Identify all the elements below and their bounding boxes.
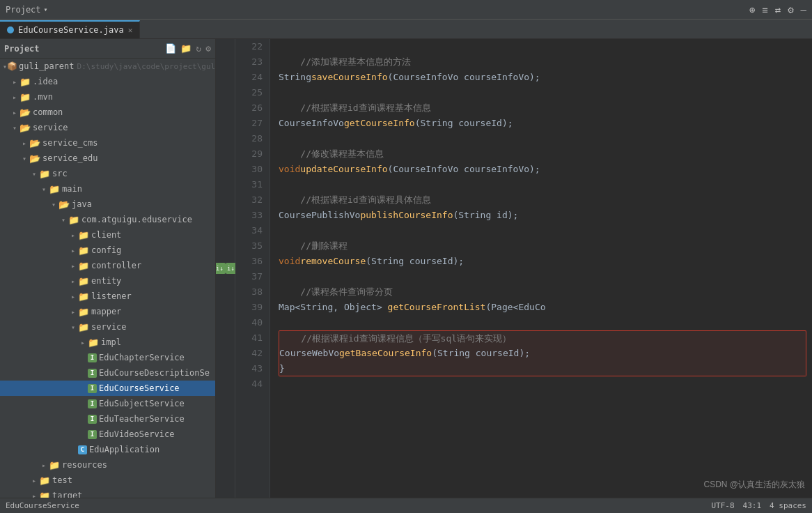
- sidebar-item-service_cms[interactable]: ▸📂service_cms: [0, 135, 215, 151]
- settings-icon[interactable]: ⚙: [788, 4, 793, 15]
- root-label: guli_parent: [19, 61, 74, 71]
- sidebar-item-service_edu[interactable]: ▾📂service_edu: [0, 151, 215, 166]
- folder-icon: 📁: [78, 307, 89, 317]
- new-file-icon[interactable]: 📄: [165, 43, 176, 54]
- item-label: resources: [62, 460, 107, 470]
- sidebar-item-EduApplication[interactable]: CEduApplication: [0, 442, 215, 457]
- sidebar-item-test[interactable]: ▸📁test: [0, 473, 215, 488]
- line-number-41: 41: [235, 330, 263, 346]
- sidebar-item-controller[interactable]: ▸📁controller: [0, 258, 215, 273]
- item-label: EduChapterService: [99, 353, 185, 362]
- list-icon[interactable]: ≡: [762, 4, 767, 15]
- folder-icon: 📁: [78, 291, 89, 302]
- item-label: service_cms: [42, 138, 97, 148]
- item-label: mapper: [91, 307, 121, 316]
- line-number-25: 25: [235, 85, 263, 100]
- sidebar-item-service[interactable]: ▾📂service: [0, 120, 215, 135]
- sidebar-item-listener[interactable]: ▸📁listener: [0, 289, 215, 304]
- class-icon: C: [78, 445, 87, 454]
- sidebar-item-src[interactable]: ▾📁src: [0, 166, 215, 181]
- sidebar-item-EduCourseDescriptionSe[interactable]: IEduCourseDescriptionSe: [0, 365, 215, 381]
- sidebar-item-resources[interactable]: ▸📁resources: [0, 457, 215, 473]
- add-icon[interactable]: ⊕: [749, 4, 755, 15]
- arrow-expanded: ▾: [58, 216, 68, 224]
- line-numbers: 2223242526272829303132333435363738394041…: [235, 39, 270, 498]
- folder-icon: 📁: [49, 460, 60, 470]
- code-line-28: [279, 131, 812, 146]
- sidebar-item-mapper[interactable]: ▸📁mapper: [0, 304, 215, 319]
- folder-icon: 📁: [78, 276, 89, 286]
- arrow-expanded: ▾: [49, 201, 58, 208]
- folder-blue-icon: 📂: [58, 199, 70, 210]
- sidebar-item-main[interactable]: ▾📁main: [0, 181, 215, 197]
- sidebar-item-java[interactable]: ▾📂java: [0, 197, 215, 212]
- tab-eduCourseService[interactable]: EduCourseService.java ✕: [0, 20, 140, 38]
- item-label: EduVideoService: [99, 429, 174, 439]
- folder-icon: 📁: [39, 169, 50, 179]
- sidebar-item-entity[interactable]: ▸📁entity: [0, 273, 215, 289]
- line-col: 43:1: [743, 501, 762, 510]
- sidebar-item-EduVideoService[interactable]: IEduVideoService: [0, 427, 215, 442]
- sync-project-icon[interactable]: ↻: [196, 43, 201, 54]
- line-number-36: 36: [235, 254, 263, 269]
- item-label: java: [72, 199, 92, 209]
- line-number-34: 34: [235, 223, 263, 238]
- sidebar-item-common[interactable]: ▸📂common: [0, 105, 215, 120]
- sidebar-item-impl[interactable]: ▸📁impl: [0, 335, 215, 350]
- line-number-26: 26: [235, 100, 263, 116]
- tab-close-button[interactable]: ✕: [128, 26, 133, 35]
- title-icons: ⊕ ≡ ⇄ ⚙ —: [749, 4, 806, 15]
- arrow-collapsed: ▸: [10, 78, 19, 86]
- arrow-collapsed: ▸: [68, 247, 78, 254]
- code-line-26: //根据课程id查询课程基本信息: [279, 100, 812, 116]
- settings-project-icon[interactable]: ⚙: [205, 43, 211, 54]
- line-number-38: 38: [235, 284, 263, 300]
- gutter-area: i↓i↓i↓i↓i↓i↓: [216, 39, 235, 498]
- gutter-impl-icon[interactable]: i↓: [216, 263, 226, 274]
- item-label: config: [91, 245, 121, 255]
- sidebar-item-EduTeacherService[interactable]: IEduTeacherService: [0, 411, 215, 427]
- folder-icon: 📁: [49, 184, 60, 194]
- item-label: .mvn: [33, 92, 53, 102]
- line-number-23: 23: [235, 54, 263, 70]
- code-line-42: CourseWebVo getBaseCourseInfo(String cou…: [279, 346, 806, 361]
- item-label: service_edu: [42, 153, 97, 163]
- line-number-32: 32: [235, 192, 263, 208]
- sidebar-item-idea[interactable]: ▸📁.idea: [0, 74, 215, 89]
- code-line-23: //添加课程基本信息的方法: [279, 54, 812, 70]
- sidebar-item-com[interactable]: ▾📁com.atguigu.eduservice: [0, 212, 215, 227]
- new-folder-icon[interactable]: 📁: [180, 43, 192, 54]
- item-label: client: [91, 230, 121, 240]
- item-label: controller: [91, 261, 141, 270]
- item-label: entity: [91, 276, 121, 286]
- item-label: test: [52, 475, 72, 485]
- arrow-collapsed: ▸: [68, 293, 78, 300]
- tree-root[interactable]: ▾ 📦 guli_parent D:\study\java\code\proje…: [0, 59, 215, 74]
- folder-icon: 📁: [78, 230, 89, 240]
- line-number-43: 43: [235, 361, 263, 376]
- sidebar-item-config[interactable]: ▸📁config: [0, 243, 215, 258]
- sidebar-item-target[interactable]: ▸📁target: [0, 488, 215, 498]
- folder-icon: 📁: [19, 92, 31, 102]
- line-number-27: 27: [235, 116, 263, 131]
- arrow-expanded: ▾: [39, 185, 49, 193]
- interface-icon: I: [88, 384, 97, 393]
- sync-icon[interactable]: ⇄: [775, 4, 781, 15]
- minimize-icon[interactable]: —: [801, 4, 806, 15]
- sidebar-item-EduChapterService[interactable]: IEduChapterService: [0, 350, 215, 365]
- line-number-37: 37: [235, 269, 263, 284]
- sidebar-item-EduCourseService[interactable]: IEduCourseService: [0, 381, 215, 396]
- sidebar-item-client[interactable]: ▸📁client: [0, 227, 215, 243]
- arrow-collapsed: ▸: [19, 139, 29, 147]
- sidebar-item-EduSubjectService[interactable]: IEduSubjectService: [0, 396, 215, 411]
- code-line-37: [279, 269, 812, 284]
- sidebar-item-service_pkg[interactable]: ▾📁service: [0, 319, 215, 335]
- folder-icon: 📁: [88, 337, 99, 348]
- item-label: service: [33, 123, 68, 132]
- code-line-41: //根据课程id查询课程信息（手写sql语句来实现）: [279, 330, 806, 346]
- code-editor[interactable]: i↓i↓i↓i↓i↓i↓ 222324252627282930313233343…: [216, 39, 812, 498]
- arrow-collapsed: ▸: [68, 308, 78, 316]
- sidebar-item-mvn[interactable]: ▸📁.mvn: [0, 89, 215, 105]
- project-chevron[interactable]: ▾: [44, 6, 48, 13]
- code-line-38: //课程条件查询带分页: [279, 284, 812, 300]
